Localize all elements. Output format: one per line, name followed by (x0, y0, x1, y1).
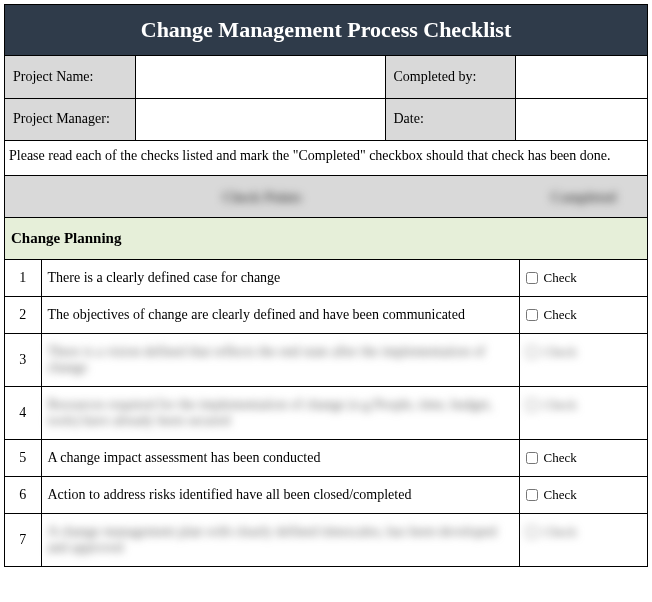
item-number: 6 (5, 477, 41, 514)
item-check-cell: Check (519, 514, 647, 567)
item-check-cell: Check (519, 260, 647, 297)
project-manager-label: Project Manager: (5, 98, 135, 140)
check-label[interactable]: Check (526, 307, 642, 323)
section-heading: Change Planning (5, 218, 647, 260)
checklist-items-table: 1There is a clearly defined case for cha… (5, 260, 647, 566)
document-title: Change Management Process Checklist (5, 5, 647, 56)
check-label[interactable]: Check (526, 487, 642, 503)
item-number: 3 (5, 334, 41, 387)
check-label[interactable]: Check (526, 524, 642, 540)
checklist-row: 6Action to address risks identified have… (5, 477, 647, 514)
item-check-cell: Check (519, 297, 647, 334)
completed-by-label: Completed by: (385, 56, 515, 98)
project-manager-value[interactable] (135, 98, 385, 140)
check-checkbox[interactable] (526, 399, 538, 411)
completed-column-header: Completed (551, 190, 616, 205)
check-checkbox[interactable] (526, 526, 538, 538)
check-text: Check (544, 397, 577, 413)
item-description: Action to address risks identified have … (41, 477, 519, 514)
checklist-row: 4Resources required for the implementati… (5, 387, 647, 440)
check-text: Check (544, 307, 577, 323)
column-header-row: Check Points Completed (5, 176, 647, 218)
check-checkbox[interactable] (526, 489, 538, 501)
item-check-cell: Check (519, 334, 647, 387)
date-label: Date: (385, 98, 515, 140)
completed-by-value[interactable] (515, 56, 647, 98)
project-name-value[interactable] (135, 56, 385, 98)
item-description: The objectives of change are clearly def… (41, 297, 519, 334)
check-checkbox[interactable] (526, 272, 538, 284)
item-description: There is a clearly defined case for chan… (41, 260, 519, 297)
check-label[interactable]: Check (526, 397, 642, 413)
check-label[interactable]: Check (526, 450, 642, 466)
meta-table: Project Name: Completed by: Project Mana… (5, 56, 647, 141)
check-text: Check (544, 524, 577, 540)
checklist-row: 5A change impact assessment has been con… (5, 440, 647, 477)
check-label[interactable]: Check (526, 270, 642, 286)
item-check-cell: Check (519, 387, 647, 440)
checklist-row: 3There is a vision defined that reflects… (5, 334, 647, 387)
checklist-row: 1There is a clearly defined case for cha… (5, 260, 647, 297)
check-label[interactable]: Check (526, 344, 642, 360)
project-name-label: Project Name: (5, 56, 135, 98)
item-number: 2 (5, 297, 41, 334)
checklist-document: Change Management Process Checklist Proj… (4, 4, 648, 567)
check-text: Check (544, 344, 577, 360)
item-description: There is a vision defined that reflects … (41, 334, 519, 387)
item-check-cell: Check (519, 440, 647, 477)
check-checkbox[interactable] (526, 346, 538, 358)
checklist-row: 7A change management plan with clearly d… (5, 514, 647, 567)
check-text: Check (544, 270, 577, 286)
item-check-cell: Check (519, 477, 647, 514)
check-checkbox[interactable] (526, 452, 538, 464)
item-number: 7 (5, 514, 41, 567)
check-text: Check (544, 450, 577, 466)
check-checkbox[interactable] (526, 309, 538, 321)
date-value[interactable] (515, 98, 647, 140)
item-number: 4 (5, 387, 41, 440)
description-column-header: Check Points (223, 190, 302, 205)
item-number: 5 (5, 440, 41, 477)
instructions-text: Please read each of the checks listed an… (5, 141, 647, 177)
check-text: Check (544, 487, 577, 503)
item-description: A change impact assessment has been cond… (41, 440, 519, 477)
item-description: Resources required for the implementatio… (41, 387, 519, 440)
item-number: 1 (5, 260, 41, 297)
item-description: A change management plan with clearly de… (41, 514, 519, 567)
checklist-row: 2The objectives of change are clearly de… (5, 297, 647, 334)
